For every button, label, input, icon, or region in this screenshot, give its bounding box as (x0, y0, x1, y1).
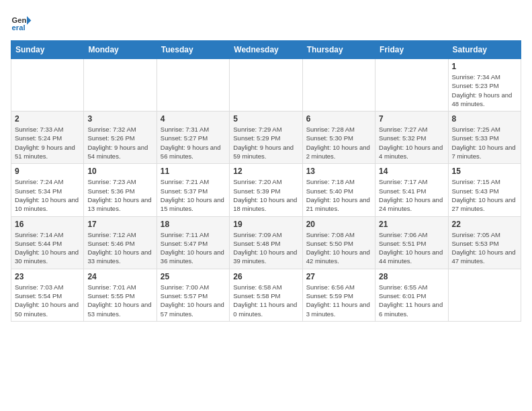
calendar-cell: 27Sunrise: 6:56 AM Sunset: 5:59 PM Dayli… (302, 269, 375, 321)
day-number: 23 (15, 272, 80, 281)
day-info: Sunrise: 7:17 AM Sunset: 5:41 PM Dayligh… (379, 177, 444, 213)
day-info: Sunrise: 7:12 AM Sunset: 5:46 PM Dayligh… (87, 230, 152, 266)
day-number: 1 (452, 62, 517, 71)
day-number: 10 (87, 167, 152, 176)
calendar-cell: 16Sunrise: 7:14 AM Sunset: 5:44 PM Dayli… (11, 216, 84, 269)
day-info: Sunrise: 7:27 AM Sunset: 5:32 PM Dayligh… (379, 125, 444, 161)
day-info: Sunrise: 7:31 AM Sunset: 5:27 PM Dayligh… (161, 125, 226, 161)
day-number: 26 (233, 272, 298, 281)
day-number: 16 (15, 220, 80, 229)
day-number: 15 (452, 167, 517, 176)
calendar-cell: 7Sunrise: 7:27 AM Sunset: 5:32 PM Daylig… (375, 111, 448, 164)
calendar-cell: 2Sunrise: 7:33 AM Sunset: 5:24 PM Daylig… (11, 111, 84, 164)
calendar-cell: 4Sunrise: 7:31 AM Sunset: 5:27 PM Daylig… (157, 111, 229, 164)
day-number: 28 (379, 272, 444, 281)
day-info: Sunrise: 7:11 AM Sunset: 5:47 PM Dayligh… (161, 230, 226, 266)
day-number: 21 (379, 220, 444, 229)
weekday-header-wednesday: Wednesday (230, 41, 302, 59)
day-number: 7 (379, 114, 444, 124)
logo-icon: Gen eral (11, 11, 32, 32)
calendar-cell: 21Sunrise: 7:06 AM Sunset: 5:51 PM Dayli… (375, 216, 448, 269)
calendar-cell: 20Sunrise: 7:08 AM Sunset: 5:50 PM Dayli… (302, 216, 375, 269)
day-number: 9 (15, 167, 80, 176)
day-info: Sunrise: 7:24 AM Sunset: 5:34 PM Dayligh… (15, 177, 80, 213)
weekday-header-sunday: Sunday (11, 41, 84, 59)
calendar-cell (84, 59, 157, 111)
day-info: Sunrise: 6:56 AM Sunset: 5:59 PM Dayligh… (306, 283, 371, 318)
day-info: Sunrise: 7:06 AM Sunset: 5:51 PM Dayligh… (379, 230, 444, 266)
svg-text:eral: eral (12, 24, 26, 32)
day-info: Sunrise: 7:08 AM Sunset: 5:50 PM Dayligh… (306, 230, 371, 266)
calendar-cell (230, 59, 302, 111)
calendar-cell (157, 59, 229, 111)
day-number: 18 (161, 220, 226, 229)
calendar-cell: 17Sunrise: 7:12 AM Sunset: 5:46 PM Dayli… (84, 216, 157, 269)
weekday-header-friday: Friday (375, 41, 448, 59)
week-row-1: 1Sunrise: 7:34 AM Sunset: 5:23 PM Daylig… (11, 59, 521, 111)
weekday-header-saturday: Saturday (448, 41, 521, 59)
week-row-5: 23Sunrise: 7:03 AM Sunset: 5:54 PM Dayli… (11, 269, 521, 321)
day-info: Sunrise: 7:14 AM Sunset: 5:44 PM Dayligh… (15, 230, 80, 266)
day-info: Sunrise: 7:15 AM Sunset: 5:43 PM Dayligh… (452, 177, 517, 213)
calendar-cell: 15Sunrise: 7:15 AM Sunset: 5:43 PM Dayli… (448, 164, 521, 216)
day-number: 17 (87, 220, 152, 229)
day-number: 12 (233, 167, 298, 176)
calendar-cell: 6Sunrise: 7:28 AM Sunset: 5:30 PM Daylig… (302, 111, 375, 164)
calendar-cell: 28Sunrise: 6:55 AM Sunset: 6:01 PM Dayli… (375, 269, 448, 321)
day-info: Sunrise: 7:29 AM Sunset: 5:29 PM Dayligh… (233, 125, 298, 161)
calendar-cell: 5Sunrise: 7:29 AM Sunset: 5:29 PM Daylig… (230, 111, 302, 164)
day-info: Sunrise: 7:03 AM Sunset: 5:54 PM Dayligh… (15, 283, 80, 318)
weekday-header-row: SundayMondayTuesdayWednesdayThursdayFrid… (11, 41, 521, 59)
day-info: Sunrise: 7:01 AM Sunset: 5:55 PM Dayligh… (87, 283, 152, 318)
day-number: 6 (306, 114, 371, 124)
week-row-2: 2Sunrise: 7:33 AM Sunset: 5:24 PM Daylig… (11, 111, 521, 164)
day-number: 25 (161, 272, 226, 281)
day-info: Sunrise: 7:34 AM Sunset: 5:23 PM Dayligh… (452, 73, 517, 108)
day-info: Sunrise: 7:05 AM Sunset: 5:53 PM Dayligh… (452, 230, 517, 266)
calendar-cell: 26Sunrise: 6:58 AM Sunset: 5:58 PM Dayli… (230, 269, 302, 321)
calendar-cell: 12Sunrise: 7:20 AM Sunset: 5:39 PM Dayli… (230, 164, 302, 216)
day-number: 19 (233, 220, 298, 229)
calendar-cell: 19Sunrise: 7:09 AM Sunset: 5:48 PM Dayli… (230, 216, 302, 269)
calendar-cell (448, 269, 521, 321)
calendar-cell: 13Sunrise: 7:18 AM Sunset: 5:40 PM Dayli… (302, 164, 375, 216)
calendar-cell: 10Sunrise: 7:23 AM Sunset: 5:36 PM Dayli… (84, 164, 157, 216)
day-info: Sunrise: 7:20 AM Sunset: 5:39 PM Dayligh… (233, 177, 298, 213)
day-info: Sunrise: 7:28 AM Sunset: 5:30 PM Dayligh… (306, 125, 371, 161)
day-number: 27 (306, 272, 371, 281)
day-number: 24 (87, 272, 152, 281)
day-info: Sunrise: 7:23 AM Sunset: 5:36 PM Dayligh… (87, 177, 152, 213)
svg-text:Gen: Gen (12, 16, 27, 24)
calendar-cell: 23Sunrise: 7:03 AM Sunset: 5:54 PM Dayli… (11, 269, 84, 321)
day-number: 13 (306, 167, 371, 176)
day-info: Sunrise: 6:58 AM Sunset: 5:58 PM Dayligh… (233, 283, 298, 318)
day-info: Sunrise: 6:55 AM Sunset: 6:01 PM Dayligh… (379, 283, 444, 318)
day-number: 2 (15, 114, 80, 124)
calendar-cell: 3Sunrise: 7:32 AM Sunset: 5:26 PM Daylig… (84, 111, 157, 164)
calendar-cell: 11Sunrise: 7:21 AM Sunset: 5:37 PM Dayli… (157, 164, 229, 216)
day-number: 8 (452, 114, 517, 124)
day-info: Sunrise: 7:21 AM Sunset: 5:37 PM Dayligh… (161, 177, 226, 213)
logo: Gen eral (11, 11, 35, 32)
weekday-header-thursday: Thursday (302, 41, 375, 59)
calendar-cell: 8Sunrise: 7:25 AM Sunset: 5:33 PM Daylig… (448, 111, 521, 164)
day-number: 11 (161, 167, 226, 176)
calendar-cell: 18Sunrise: 7:11 AM Sunset: 5:47 PM Dayli… (157, 216, 229, 269)
calendar-cell (375, 59, 448, 111)
page-header: Gen eral (11, 11, 521, 32)
day-number: 5 (233, 114, 298, 124)
day-info: Sunrise: 7:09 AM Sunset: 5:48 PM Dayligh… (233, 230, 298, 266)
week-row-3: 9Sunrise: 7:24 AM Sunset: 5:34 PM Daylig… (11, 164, 521, 216)
calendar-cell: 14Sunrise: 7:17 AM Sunset: 5:41 PM Dayli… (375, 164, 448, 216)
day-info: Sunrise: 7:00 AM Sunset: 5:57 PM Dayligh… (161, 283, 226, 318)
calendar-cell: 1Sunrise: 7:34 AM Sunset: 5:23 PM Daylig… (448, 59, 521, 111)
day-number: 3 (87, 114, 152, 124)
day-info: Sunrise: 7:32 AM Sunset: 5:26 PM Dayligh… (87, 125, 152, 161)
day-info: Sunrise: 7:33 AM Sunset: 5:24 PM Dayligh… (15, 125, 80, 161)
calendar-cell: 24Sunrise: 7:01 AM Sunset: 5:55 PM Dayli… (84, 269, 157, 321)
weekday-header-tuesday: Tuesday (157, 41, 229, 59)
calendar-cell: 22Sunrise: 7:05 AM Sunset: 5:53 PM Dayli… (448, 216, 521, 269)
day-number: 4 (161, 114, 226, 124)
svg-marker-2 (27, 16, 31, 25)
day-info: Sunrise: 7:25 AM Sunset: 5:33 PM Dayligh… (452, 125, 517, 161)
